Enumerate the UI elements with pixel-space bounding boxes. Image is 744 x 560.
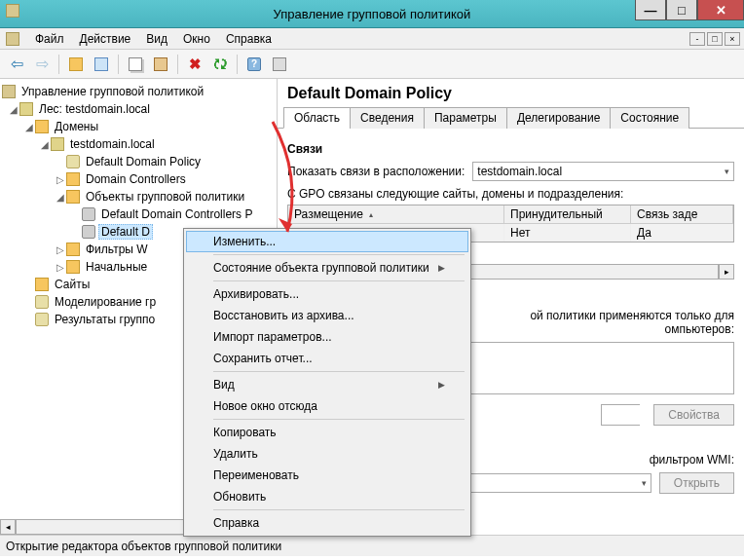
chevron-down-icon: ▾: [642, 478, 647, 488]
copy-button[interactable]: [125, 54, 146, 75]
refresh-button[interactable]: 🗘: [209, 54, 231, 75]
sec-filter-text1: ой политики применяются только для: [530, 309, 734, 322]
tab-scope[interactable]: Область: [283, 107, 351, 129]
menubar-icon: [6, 32, 19, 46]
ctx-rename[interactable]: Переименовать: [186, 465, 468, 486]
tree-root[interactable]: Управление групповой политикой: [0, 83, 277, 100]
maximize-button[interactable]: □: [666, 0, 697, 20]
ctx-gpo-state[interactable]: Состояние объекта групповой политики▶: [186, 257, 468, 279]
ctx-copy[interactable]: Копировать: [186, 422, 468, 443]
open-button[interactable]: [65, 54, 87, 75]
ctx-import[interactable]: Импорт параметров...: [186, 326, 468, 348]
menu-action[interactable]: Действие: [72, 29, 139, 49]
help-button[interactable]: ?: [243, 54, 265, 75]
help-icon: ?: [247, 57, 261, 71]
expand-icon[interactable]: ◢: [55, 192, 66, 203]
folder-icon: [66, 260, 80, 274]
ctx-restore[interactable]: Восстановить из архива...: [186, 305, 468, 326]
gpo-link-icon: [66, 155, 80, 168]
menu-window[interactable]: Окно: [175, 29, 218, 49]
nav-back-button[interactable]: ⇦: [6, 54, 27, 75]
tree-domain[interactable]: ◢testdomain.local: [0, 135, 277, 153]
forest-icon: [19, 102, 33, 116]
expand-icon[interactable]: ◢: [39, 139, 51, 150]
mdi-close-button[interactable]: ×: [725, 32, 740, 46]
open-button[interactable]: Открыть: [659, 472, 734, 494]
tree-dc[interactable]: ▷Domain Controllers: [0, 170, 277, 188]
refresh-icon: 🗘: [213, 56, 227, 72]
expand-icon[interactable]: ◢: [23, 122, 35, 132]
results-icon: [35, 313, 49, 326]
location-combo[interactable]: testdomain.local ▾: [472, 162, 734, 181]
gpmc-icon: [2, 85, 16, 98]
minimize-button[interactable]: —: [635, 0, 666, 20]
sort-asc-icon: ▴: [369, 210, 373, 219]
nav-forward-button[interactable]: ⇨: [31, 54, 53, 75]
tabs: Область Сведения Параметры Делегирование…: [278, 106, 744, 129]
modeling-icon: [35, 295, 49, 309]
folder-open-icon: [69, 57, 83, 71]
arrow-left-icon: ⇦: [11, 55, 23, 73]
gpo-icon: [82, 207, 95, 221]
row-enforced: Нет: [504, 224, 631, 242]
location-value: testdomain.local: [477, 165, 562, 178]
copy-icon: [129, 57, 142, 71]
context-menu: Изменить... Состояние объекта групповой …: [183, 228, 471, 537]
details-icon: [94, 57, 108, 71]
status-text: Открытие редактора объектов групповой по…: [6, 540, 281, 553]
col-enforced[interactable]: Принудительный: [504, 205, 631, 223]
details-title: Default Domain Policy: [278, 79, 744, 106]
folder-icon: [66, 190, 80, 204]
expand-icon[interactable]: ◢: [8, 104, 19, 115]
ctx-delete[interactable]: Удалить: [186, 443, 468, 465]
ctx-view[interactable]: Вид▶: [186, 374, 468, 395]
menu-file[interactable]: Файл: [27, 29, 72, 49]
ctx-save-report[interactable]: Сохранить отчет...: [186, 348, 468, 369]
mdi-minimize-button[interactable]: -: [689, 32, 705, 46]
tree-ddcp[interactable]: Default Domain Controllers P: [0, 205, 277, 223]
folder-icon: [66, 243, 80, 256]
delete-button[interactable]: ✖: [184, 54, 205, 75]
show-links-label: Показать связи в расположении:: [287, 165, 465, 178]
properties-button[interactable]: Свойства: [653, 404, 734, 426]
tree-ddp[interactable]: Default Domain Policy: [0, 153, 277, 170]
tab-delegation[interactable]: Делегирование: [506, 107, 611, 129]
expand-icon[interactable]: ▷: [55, 262, 66, 273]
menu-view[interactable]: Вид: [138, 29, 175, 49]
tab-details[interactable]: Сведения: [350, 107, 425, 129]
toolbar: ⇦ ⇨ ✖ 🗘 ?: [0, 50, 744, 79]
options-button[interactable]: [269, 54, 290, 75]
window-controls: — □ ✕: [635, 0, 744, 20]
col-location[interactable]: Размещение▴: [288, 205, 504, 223]
wmi-label: фильтром WMI:: [650, 453, 734, 467]
ctx-archive[interactable]: Архивировать...: [186, 283, 468, 305]
chevron-down-icon: ▾: [725, 167, 729, 176]
scroll-left-button[interactable]: ◂: [0, 519, 16, 535]
close-button[interactable]: ✕: [697, 0, 744, 20]
tab-settings[interactable]: Параметры: [424, 107, 507, 129]
ctx-refresh[interactable]: Обновить: [186, 486, 468, 507]
mdi-restore-button[interactable]: □: [707, 32, 723, 46]
expand-icon[interactable]: ▷: [55, 174, 66, 185]
submenu-arrow-icon: ▶: [438, 263, 445, 273]
col-link-enabled[interactable]: Связь заде: [631, 205, 733, 223]
ctx-new-window[interactable]: Новое окно отсюда: [186, 395, 468, 417]
ctx-help[interactable]: Справка: [186, 512, 468, 534]
domain-icon: [51, 137, 64, 151]
links-section-title: Связи: [287, 142, 734, 156]
options-icon: [273, 57, 286, 71]
gpo-icon: [82, 225, 95, 239]
ctx-edit[interactable]: Изменить...: [186, 231, 468, 252]
paste-button[interactable]: [150, 54, 171, 75]
tree-forest[interactable]: ◢Лес: testdomain.local: [0, 100, 277, 118]
scroll-right-button[interactable]: ▸: [719, 264, 734, 280]
tab-state[interactable]: Состояние: [610, 107, 689, 129]
menu-help[interactable]: Справка: [218, 29, 279, 49]
tree-gpo-objects[interactable]: ◢Объекты групповой политики: [0, 188, 277, 205]
linked-text: С GPO связаны следующие сайты, домены и …: [287, 187, 734, 201]
submenu-arrow-icon: ▶: [438, 380, 445, 390]
sec-filter-text2: омпьютеров:: [664, 322, 734, 336]
expand-icon[interactable]: ▷: [55, 244, 66, 255]
tree-domains[interactable]: ◢Домены: [0, 118, 277, 135]
details-button[interactable]: [91, 54, 112, 75]
